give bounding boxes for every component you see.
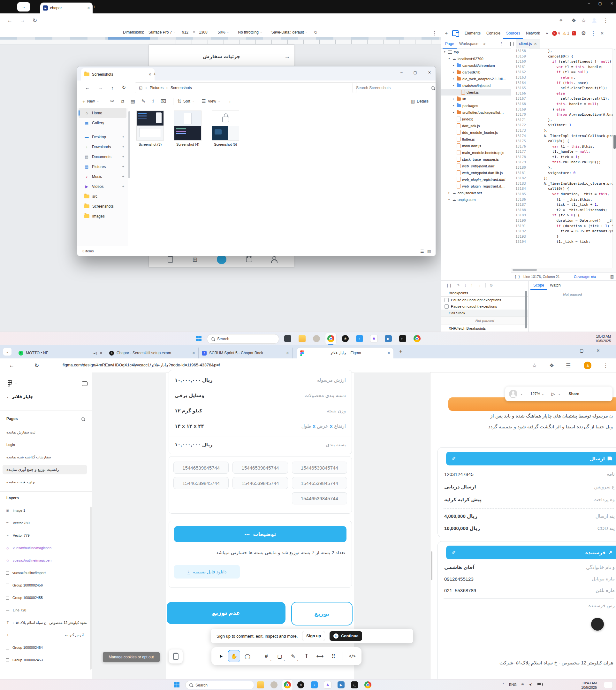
more-tabs-icon[interactable]: » (543, 27, 551, 39)
figma-layer-item[interactable]: ◇vuesax/outline/magicpen (3, 543, 87, 552)
code-editor[interactable]: 13158 },13159 cancel$0() {13160 if (self… (511, 48, 616, 272)
delete-icon[interactable]: ⌧ (161, 99, 166, 104)
minimize-icon[interactable]: – (400, 70, 403, 75)
design-frame-right[interactable]: ن مرسوله توسط پشتیبان های چاپار هماهنگ ش… (431, 372, 616, 679)
frame-scrollbar[interactable] (431, 552, 432, 580)
start-button[interactable] (196, 336, 201, 341)
taskbar-app-app-a[interactable]: A (323, 680, 333, 690)
location-icon[interactable]: ⌖ (559, 17, 563, 24)
tree-node-lib[interactable]: ▸lib (441, 95, 511, 102)
toggle-panel-icon[interactable] (82, 382, 88, 386)
tab-scope[interactable]: Scope (530, 281, 547, 290)
editor-hscrollbar[interactable] (511, 268, 616, 272)
magicpen-icon[interactable]: ✐ (452, 550, 456, 556)
refresh-icon[interactable]: ↻ (35, 362, 39, 369)
console-drawer-icon[interactable]: ▥ (610, 274, 614, 279)
inspect-element-icon[interactable]: ⌖ (445, 31, 448, 36)
sidebar-scrollbar[interactable] (128, 111, 130, 178)
taskbar-app-movies[interactable]: ▶ (383, 333, 394, 344)
tree-node-cdn.jsdelivr.net[interactable]: ▸☁cdn.jsdelivr.net (441, 190, 511, 196)
taskbar-app-file-explorer[interactable] (256, 680, 266, 690)
notification-center[interactable] (604, 682, 613, 688)
maximize-icon[interactable]: ▢ (414, 70, 417, 75)
barcode-chip[interactable]: 15446539845744 (233, 477, 288, 489)
figma-page-item[interactable]: براورد قیمت نماینده (3, 477, 87, 487)
warning-badge[interactable]: ⚠1 (562, 31, 569, 36)
collaborator-avatar[interactable] (509, 390, 517, 398)
debugger-scrollbar[interactable] (525, 291, 527, 328)
step-over-icon[interactable]: ↷ (457, 283, 460, 287)
toggle-device-toolbar-icon[interactable] (452, 30, 459, 36)
file-name-row[interactable]: ⌄ چاپار فلاتر (6, 394, 33, 399)
close-tab-icon[interactable]: ✕ (149, 72, 151, 77)
refresh-icon[interactable]: ↻ (122, 85, 126, 90)
tab-search-button[interactable]: ⌄ (3, 348, 12, 355)
step-out-icon[interactable]: ↑ (471, 283, 472, 287)
devtools-menu-icon[interactable]: ⋮ (591, 30, 596, 37)
taskbar-app-movies[interactable]: ▶ (336, 680, 346, 690)
frame-tool-icon[interactable]: #⌄ (260, 650, 272, 662)
panel-icon[interactable]: ☰ (566, 362, 571, 369)
back-icon[interactable]: ← (85, 85, 90, 90)
bookmark-star-icon[interactable]: ☆ (581, 17, 586, 24)
copy-icon[interactable]: ⧉ (121, 99, 124, 104)
tab-workspace[interactable]: Workspace (457, 42, 481, 46)
coverage-link[interactable]: Coverage: n/a (574, 275, 596, 279)
tree-node-dwds-src-injected[interactable]: ▾dwds/src/injected (441, 82, 511, 89)
dev-mode-toggle[interactable]: </> (346, 650, 358, 662)
close-file-icon[interactable]: ✕ (534, 42, 537, 46)
step-into-icon[interactable]: ↓ (464, 283, 466, 287)
tab-spotify[interactable]: ♬ MOTTO • NF ◄) ✕ (15, 348, 106, 359)
issues-badge[interactable]: 1 (572, 31, 576, 36)
close-icon[interactable]: ✕ (596, 348, 600, 353)
figma-layer-item[interactable]: Group 1000002453 (3, 655, 87, 665)
tree-node-main.dart.js[interactable]: main.dart.js (441, 143, 511, 149)
figma-layer-item[interactable]: Tمشهد کیلومتر 12 مخصوص - خ سپاه اسلام پل… (3, 618, 87, 627)
clock[interactable]: 10:43 AM 10/5/2025 (595, 334, 611, 343)
tree-node-dart-sdk-lib[interactable]: ▸dart-sdk/lib (441, 69, 511, 76)
close-tab-icon[interactable]: ✕ (87, 6, 90, 10)
hand-tool-icon[interactable]: ✋ (228, 650, 240, 662)
figma-main-menu[interactable]: ⌄ (8, 380, 17, 387)
breadcrumb-screenshots[interactable]: Screenshots (171, 86, 192, 90)
extensions-icon[interactable]: ❖ (571, 17, 576, 24)
figma-layer-item[interactable]: ◇vuesax/outline/magicpen (3, 556, 87, 565)
file-screenshot-4[interactable]: Screenshot (4) (172, 110, 203, 146)
tree-node-localhost-62790[interactable]: ▾☁localhost:62790 (441, 55, 511, 62)
tree-node--index-[interactable]: (index) (441, 116, 511, 122)
cut-icon[interactable]: ✂ (110, 99, 114, 104)
comment-tool-icon[interactable]: ◯ (241, 650, 254, 662)
sidebar-item-src[interactable]: src (77, 191, 128, 201)
sidebar-item-desktop[interactable]: ▬Desktop✦ (77, 132, 128, 142)
barcode-chip[interactable]: 15446539845744 (292, 492, 347, 504)
tree-node-dio_web_adapter-2.1.1-li-[interactable]: ▸dio_web_adapter-2.1.1/li… (441, 76, 511, 82)
new-tab-button[interactable]: + (399, 348, 402, 354)
taskbar-app-chatgpt[interactable]: ✳ (340, 333, 351, 344)
breadcrumb[interactable]: ⊡ › Pictures › Screenshots (135, 82, 356, 93)
figma-layer-item[interactable]: ⌐Vector 779 (3, 531, 87, 540)
forward-icon[interactable]: → (20, 17, 25, 24)
clock[interactable]: 10:43 AM 10/5/2025 (581, 681, 597, 690)
details-button[interactable]: ▥Details (410, 99, 428, 104)
sidebar-item-videos[interactable]: ▶Videos✦ (77, 181, 128, 191)
taskbar-search[interactable]: Search (207, 334, 279, 344)
taskbar-app-photos[interactable] (311, 333, 322, 344)
file-screenshot-3[interactable]: Screenshot (3) (135, 110, 166, 146)
pen-tool-icon[interactable]: ✎⌄ (287, 650, 299, 662)
pretty-print-icon[interactable]: { } (514, 275, 520, 279)
rotate-icon[interactable]: ↻ (314, 30, 317, 35)
taskbar-app-chrome[interactable] (282, 680, 292, 690)
tab-search-button[interactable]: ⌄ (17, 2, 30, 12)
taskbar-app-terminal[interactable]: >_ (349, 680, 359, 690)
window2-controls[interactable]: – ▢ ✕ (565, 348, 600, 353)
explorer-search-input[interactable]: Search Screenshots (353, 82, 436, 93)
tab-elements[interactable]: Elements (462, 27, 483, 39)
magicpen-icon[interactable]: ✐ (452, 456, 456, 461)
tab-chapar[interactable]: ❧ chapar ✕ (40, 3, 93, 14)
download-attachment-button[interactable]: دانلود فایل ضمیمه ↓ (174, 565, 240, 579)
figma-layer-item[interactable]: —Line 728 (3, 606, 87, 614)
new-tab-button[interactable]: + (93, 4, 96, 10)
tab-chatgpt[interactable]: ✳ Chapar - ScreenUtil setup exam ✕ (106, 348, 199, 359)
navigator-menu-icon[interactable]: ⋮ (497, 42, 506, 46)
tree-node-canvaskit-chromium[interactable]: ▸canvaskit/chromium (441, 62, 511, 69)
